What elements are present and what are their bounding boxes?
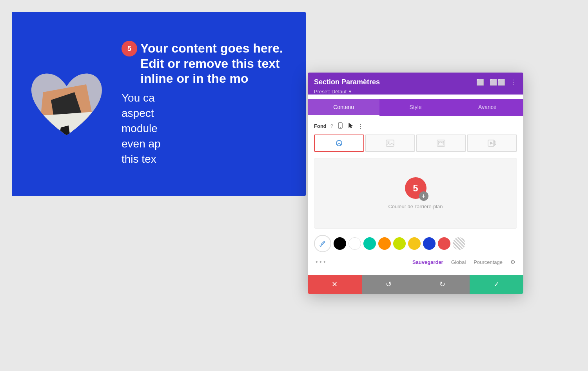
color-swatch-black[interactable]: [334, 237, 346, 250]
more-options-icon[interactable]: ⋮: [358, 123, 363, 130]
preview-area: 5 + Couleur de l'arrière-plan: [314, 158, 517, 229]
fond-row: Fond ? ⋮: [314, 122, 517, 130]
panel-tabs: Contenu Style Avancé: [308, 99, 523, 116]
svg-point-13: [388, 141, 389, 143]
aspect-text: aspect: [122, 107, 154, 119]
blue-section: 5 Your content goes here. Edit or remove…: [12, 12, 306, 196]
eyedropper-button[interactable]: [314, 235, 331, 252]
panel-header: Section Paramètres ⬜ ⬜⬜ ⋮ Preset: Défaut…: [308, 73, 523, 95]
bg-type-video-btn[interactable]: [467, 135, 517, 152]
svg-marker-17: [494, 141, 496, 145]
color-swatch-orange[interactable]: [378, 237, 391, 250]
preview-label: Couleur de l'arrière-plan: [388, 204, 443, 209]
bg-type-image2-btn[interactable]: [416, 135, 466, 152]
panel-body: Fond ? ⋮: [308, 116, 523, 275]
fullscreen-icon[interactable]: ⬜: [476, 78, 484, 86]
pourcentage-link[interactable]: Pourcentage: [474, 259, 503, 265]
preset-label: Preset: Défaut: [314, 89, 347, 95]
redo-button[interactable]: ↻: [416, 275, 470, 294]
more-dots-icon[interactable]: • • •: [316, 258, 326, 266]
save-link[interactable]: Sauvegarder: [412, 259, 443, 265]
panel-header-top: Section Paramètres ⬜ ⬜⬜ ⋮: [314, 78, 517, 86]
svg-point-20: [320, 245, 321, 247]
confirm-button[interactable]: ✓: [470, 275, 524, 294]
color-swatch-custom[interactable]: [453, 237, 465, 250]
split-icon[interactable]: ⬜⬜: [490, 78, 505, 86]
device-mobile-icon[interactable]: [337, 122, 343, 130]
settings-gear-icon[interactable]: ⚙: [510, 259, 515, 265]
action-bar: ✕ ↺ ↻ ✓: [308, 275, 523, 294]
device-cursor-icon[interactable]: [347, 122, 354, 130]
panel-title: Section Paramètres: [314, 78, 380, 86]
global-link[interactable]: Global: [451, 259, 466, 265]
save-row: • • • Sauvegarder Global Pourcentage ⚙: [314, 258, 517, 269]
tab-avance[interactable]: Avancé: [452, 99, 523, 116]
tab-contenu[interactable]: Contenu: [308, 99, 379, 116]
color-row: [314, 235, 517, 252]
cancel-button[interactable]: ✕: [308, 275, 362, 294]
blue-content-text: 5 Your content goes here. Edit or remove…: [122, 41, 294, 167]
color-swatch-pink[interactable]: [438, 237, 450, 250]
bg-type-row: [314, 135, 517, 152]
panel-header-icons: ⬜ ⬜⬜ ⋮: [476, 78, 517, 86]
blue-heading-text: Your content goes here. Edit or remove t…: [140, 41, 294, 86]
preset-arrow-icon: ▼: [348, 89, 352, 94]
fond-help-icon[interactable]: ?: [330, 123, 333, 129]
fond-label: Fond: [314, 123, 327, 129]
bg-type-image-btn[interactable]: [365, 135, 415, 152]
section-params-panel: Section Paramètres ⬜ ⬜⬜ ⋮ Preset: Défaut…: [308, 73, 523, 294]
svg-line-19: [323, 242, 324, 243]
preview-badge-container[interactable]: 5 +: [405, 177, 426, 199]
svg-rect-12: [386, 140, 394, 146]
tab-style[interactable]: Style: [379, 99, 451, 116]
color-swatch-teal[interactable]: [363, 237, 376, 250]
undo-button[interactable]: ↺: [362, 275, 416, 294]
panel-preset[interactable]: Preset: Défaut ▼: [314, 89, 517, 95]
heart-image: [24, 61, 110, 147]
color-swatch-yellow[interactable]: [408, 237, 421, 250]
blue-body-text: You ca aspect module even ap this tex: [122, 90, 294, 167]
color-swatch-blue[interactable]: [423, 237, 436, 250]
step-badge-5: 5: [122, 41, 137, 56]
preview-plus-icon[interactable]: +: [419, 191, 428, 201]
svg-marker-18: [490, 142, 493, 145]
bg-type-color-btn[interactable]: [314, 135, 364, 152]
more-icon[interactable]: ⋮: [511, 78, 517, 86]
color-swatch-white[interactable]: [348, 237, 361, 250]
color-swatch-lime[interactable]: [393, 237, 406, 250]
